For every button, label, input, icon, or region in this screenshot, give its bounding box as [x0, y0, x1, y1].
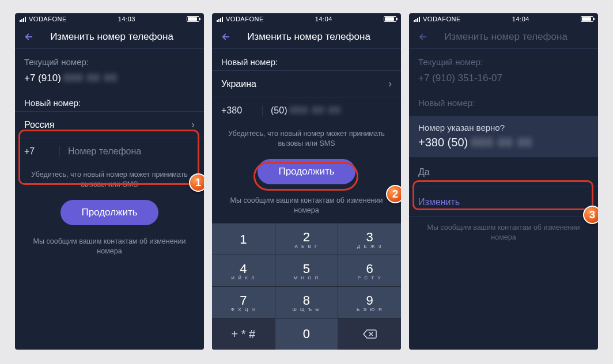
key-5[interactable]: 5М Н О П	[275, 255, 338, 286]
new-number-label: Новый номер:	[15, 90, 204, 111]
clock: 14:04	[315, 16, 332, 22]
step-badge-3: 3	[583, 206, 598, 224]
country-selector[interactable]: Украина ›	[212, 70, 401, 97]
key-4[interactable]: 4И Й К Л	[212, 255, 275, 286]
backspace-icon	[362, 329, 377, 339]
phone-input[interactable]: (50) 000 00 00	[271, 105, 392, 116]
nav-header: Изменить номер телефона	[212, 25, 401, 49]
nav-header: Изменить номер телефона	[15, 25, 204, 49]
clock: 14:03	[118, 16, 135, 22]
key-0[interactable]: 0	[275, 318, 338, 350]
chevron-right-icon: ›	[191, 119, 195, 131]
screen-3: VODAFONE 14:04 Изменить номер телефона Т…	[409, 13, 598, 350]
country-selector[interactable]: Россия ›	[15, 111, 204, 138]
footer-text: Мы сообщим вашим контактам об изменении …	[212, 190, 401, 221]
hint-text: Убедитесь, что новый номер может принима…	[15, 164, 204, 195]
clock: 14:04	[512, 16, 529, 22]
new-number-label: Новый номер:	[212, 49, 401, 70]
continue-button[interactable]: Продолжить	[60, 200, 158, 225]
country-prefix: +380	[221, 105, 263, 116]
current-number-value: +7 (910) 000 00 00	[15, 70, 204, 90]
current-number-label: Текущий номер:	[15, 49, 204, 70]
country-prefix: +7	[24, 146, 60, 157]
page-title: Изменить номер телефона	[222, 31, 395, 43]
new-number-label: Новый номер:	[409, 90, 598, 111]
status-bar: VODAFONE 14:04	[409, 13, 598, 25]
confirm-question: Номер указан верно?	[418, 123, 589, 132]
step-badge-1: 1	[189, 173, 204, 192]
confirm-number: +380 (50) 000 00 00	[418, 136, 589, 149]
country-name: Россия	[24, 120, 54, 130]
country-name: Украина	[221, 79, 256, 89]
phone-input-row[interactable]: +380 (50) 000 00 00	[212, 97, 401, 123]
confirm-card: Номер указан верно? +380 (50) 000 00 00	[409, 116, 598, 157]
confirm-edit[interactable]: Изменить	[409, 187, 598, 217]
screen-1: VODAFONE 14:03 Изменить номер телефона Т…	[15, 13, 204, 350]
step-badge-2: 2	[386, 185, 401, 203]
numeric-keypad: 1 2А Б В Г 3Д Е Ж З 4И Й К Л 5М Н О П 6Р…	[212, 223, 401, 350]
chevron-right-icon: ›	[388, 78, 392, 90]
current-number-value: +7 (910) 351-16-07	[409, 70, 598, 90]
footer-text: Мы сообщим вашим контактам об изменении …	[15, 231, 204, 262]
carrier-label: VODAFONE	[226, 16, 264, 22]
battery-icon	[581, 16, 593, 22]
key-9[interactable]: 9Ь Э Ю Я	[338, 287, 401, 318]
key-plus-hash[interactable]: + * #	[212, 318, 275, 350]
key-3[interactable]: 3Д Е Ж З	[338, 223, 401, 255]
signal-icon	[217, 16, 223, 22]
key-backspace[interactable]	[338, 318, 401, 350]
battery-icon	[187, 16, 199, 22]
page-title: Изменить номер телефона	[419, 31, 592, 43]
key-6[interactable]: 6Р С Т У	[338, 255, 401, 286]
hint-text: Убедитесь, что новый номер может принима…	[212, 123, 401, 154]
key-1[interactable]: 1	[212, 223, 275, 255]
carrier-label: VODAFONE	[29, 16, 67, 22]
key-2[interactable]: 2А Б В Г	[275, 223, 338, 255]
screen-2: VODAFONE 14:04 Изменить номер телефона Н…	[212, 13, 401, 350]
signal-icon	[414, 16, 420, 22]
battery-icon	[384, 16, 396, 22]
nav-header: Изменить номер телефона	[409, 25, 598, 49]
confirm-yes[interactable]: Да	[409, 157, 598, 187]
key-7[interactable]: 7Ф Х Ц Ч	[212, 287, 275, 318]
signal-icon	[20, 16, 26, 22]
footer-text: Мы сообщим вашим контактам об изменении …	[409, 217, 598, 248]
status-bar: VODAFONE 14:04	[212, 13, 401, 25]
carrier-label: VODAFONE	[423, 16, 461, 22]
page-title: Изменить номер телефона	[25, 31, 198, 43]
phone-input-row[interactable]: +7 Номер телефона	[15, 138, 204, 164]
current-number-label: Текущий номер:	[409, 49, 598, 70]
continue-button[interactable]: Продолжить	[258, 159, 355, 184]
key-8[interactable]: 8Ш Щ Ъ Ы	[275, 287, 338, 318]
status-bar: VODAFONE 14:03	[15, 13, 204, 25]
phone-input[interactable]: Номер телефона	[68, 146, 195, 157]
